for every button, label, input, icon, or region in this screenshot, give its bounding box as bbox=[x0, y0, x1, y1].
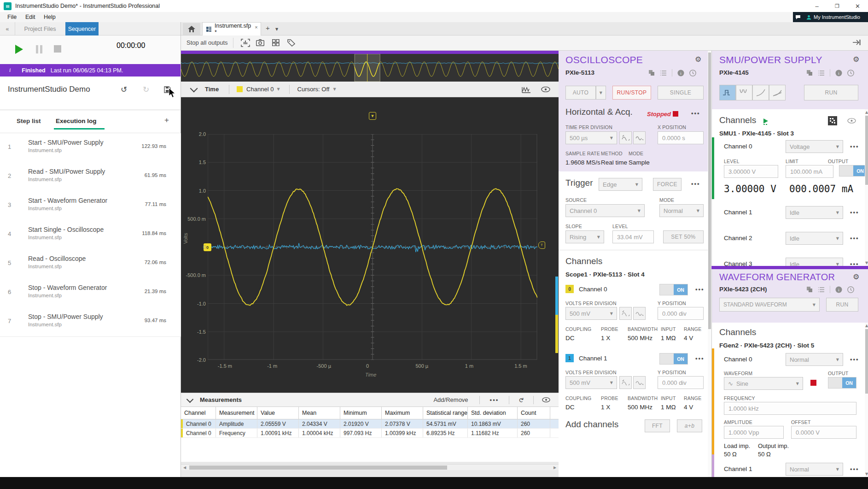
vpd-expand-button[interactable] bbox=[619, 376, 632, 389]
waveform-dropdown[interactable]: ∿Sine▼ bbox=[724, 377, 803, 390]
step-row[interactable]: 1 Start - SMU/Power Supply Instrument.sf… bbox=[0, 133, 181, 163]
fgen-panel-scrollbar[interactable]: ▲ ▼ bbox=[865, 323, 868, 477]
document-tab[interactable]: Instrument.sfp * × bbox=[202, 22, 261, 35]
vpd-dropdown[interactable]: 500 mV▼ bbox=[565, 307, 617, 320]
measurements-row[interactable]: Channel 0Frequency1.00091 kHz1.00004 kHz… bbox=[181, 429, 559, 438]
info-icon[interactable]: i bbox=[677, 70, 684, 77]
smu-channel-menu-button[interactable]: ••• bbox=[850, 209, 859, 216]
graph-channel-selector[interactable]: Channel 0 bbox=[246, 86, 274, 93]
frequency-input[interactable]: 1.0000 kHz bbox=[724, 402, 856, 415]
step-row[interactable]: 2 Read - SMU/Power Supply Instrument.sfp… bbox=[0, 162, 181, 192]
fgen-output-toggle[interactable]: ON bbox=[828, 377, 856, 389]
undo-button[interactable]: ↺ bbox=[121, 85, 127, 94]
force-button[interactable]: FORCE bbox=[653, 178, 682, 191]
collapse-sidebar-button[interactable]: « bbox=[0, 22, 15, 35]
stop-button[interactable] bbox=[54, 45, 61, 53]
vpd-compress-button[interactable] bbox=[633, 307, 646, 320]
auto-dropdown-button[interactable]: ▼ bbox=[596, 86, 606, 100]
screenshot-icon[interactable] bbox=[256, 39, 264, 46]
info-icon[interactable]: i bbox=[835, 286, 842, 293]
vpd-compress-button[interactable] bbox=[633, 376, 646, 389]
channel0-scroll-indicator[interactable] bbox=[555, 315, 558, 353]
menu-file[interactable]: File bbox=[7, 14, 17, 20]
measurements-menu-button[interactable]: ••• bbox=[490, 396, 499, 403]
maximize-button[interactable]: ❐ bbox=[827, 0, 847, 12]
auto-scale-icon[interactable] bbox=[241, 39, 250, 47]
feedback-icon[interactable] bbox=[793, 12, 803, 22]
ypos-input[interactable]: 0.000 div bbox=[658, 376, 704, 389]
graph-settings-icon[interactable] bbox=[522, 86, 531, 93]
tag-icon[interactable] bbox=[287, 39, 295, 47]
graph-visibility-icon[interactable] bbox=[541, 87, 550, 92]
refresh-icon[interactable]: ↻ bbox=[518, 397, 525, 403]
run-stop-button[interactable]: RUN/STOP bbox=[612, 86, 651, 100]
smu-channel-mode-dropdown[interactable]: Idle▼ bbox=[786, 258, 843, 266]
history-icon[interactable] bbox=[847, 286, 854, 293]
step-row[interactable]: 6 Stop - Waveform Generator Instrument.s… bbox=[0, 278, 181, 308]
fft-button[interactable]: FFT bbox=[645, 419, 670, 432]
tpd-compress-button[interactable] bbox=[633, 131, 646, 144]
cursors-selector[interactable]: Cursors: Off bbox=[297, 86, 330, 93]
trigger-type-dropdown[interactable]: Edge▼ bbox=[599, 178, 642, 191]
tab-execution-log[interactable]: Execution log bbox=[56, 118, 97, 124]
new-tab-button[interactable]: + bbox=[266, 24, 270, 32]
collapse-measurements-icon[interactable] bbox=[186, 395, 194, 403]
fgen-ch1-mode-dropdown[interactable]: Normal▼ bbox=[786, 463, 843, 476]
play-button[interactable] bbox=[15, 45, 23, 54]
step-row[interactable]: 4 Start Single - Oscilloscope Instrument… bbox=[0, 220, 181, 250]
measurements-row[interactable]: Channel 0Amplitude2.05559 V2.04334 V2.01… bbox=[181, 419, 559, 429]
smu-channel-mode-dropdown[interactable]: Idle▼ bbox=[786, 206, 843, 219]
smu-channel-mode-dropdown[interactable]: Idle▼ bbox=[786, 232, 843, 245]
amplitude-input[interactable]: 1.0000 Vpp bbox=[724, 426, 784, 439]
smu-channel-menu-button[interactable]: ••• bbox=[850, 260, 859, 266]
account-badge[interactable]: My InstrumentStudio bbox=[803, 12, 868, 22]
cursors-caret[interactable]: ▼ bbox=[333, 87, 336, 91]
fgen-settings-gear-icon[interactable]: ⚙ bbox=[853, 272, 859, 281]
stop-all-outputs-button[interactable]: Stop all outputs bbox=[186, 39, 228, 46]
copy-icon[interactable] bbox=[648, 70, 655, 76]
tab-project-files[interactable]: Project Files bbox=[15, 22, 65, 35]
collapse-graph-icon[interactable] bbox=[190, 84, 198, 92]
layout-grid-icon[interactable] bbox=[272, 39, 280, 46]
smu-channel-menu-button[interactable]: ••• bbox=[850, 235, 859, 242]
channel-on-toggle[interactable]: ON bbox=[659, 284, 688, 295]
tab-sequencer[interactable]: Sequencer bbox=[65, 22, 99, 35]
xpos-input[interactable]: 0.0000 s bbox=[658, 131, 704, 144]
rearrange-icon[interactable] bbox=[818, 287, 825, 293]
measurements-visibility-icon[interactable] bbox=[542, 397, 550, 402]
single-button[interactable]: SINGLE bbox=[658, 86, 704, 100]
trigger-mode-dropdown[interactable]: Normal▼ bbox=[659, 204, 704, 217]
fgen-ch1-menu-button[interactable]: ••• bbox=[850, 465, 859, 472]
close-button[interactable]: ✕ bbox=[847, 0, 868, 12]
tpd-dropdown[interactable]: 500 µs▼ bbox=[565, 131, 617, 144]
add-remove-button[interactable]: Add/Remove bbox=[433, 396, 468, 403]
oscilloscope-settings-gear-icon[interactable]: ⚙ bbox=[695, 55, 701, 64]
collapse-panel-icon[interactable] bbox=[852, 39, 861, 46]
redo-button[interactable]: ↻ bbox=[143, 85, 149, 94]
set-50-button[interactable]: SET 50% bbox=[663, 230, 704, 243]
add-step-button[interactable]: + bbox=[164, 116, 169, 125]
trigger-level-input[interactable]: 33.04 mV bbox=[612, 230, 654, 243]
horizontal-scrollbar[interactable]: ◀ ▶ bbox=[181, 464, 559, 471]
channel-selector-caret[interactable]: ▼ bbox=[277, 87, 280, 91]
offset-input[interactable]: 0.0000 V bbox=[791, 426, 856, 439]
minimize-button[interactable]: – bbox=[807, 0, 827, 12]
waveform-minimap[interactable] bbox=[181, 54, 559, 82]
oscilloscope-plot[interactable]: Volts Time ▼ T 0 2.01.51.0500.0 m0-500.0… bbox=[181, 97, 559, 393]
slope-dropdown[interactable]: Rising▼ bbox=[565, 230, 604, 243]
fgen-run-button[interactable]: RUN bbox=[826, 298, 858, 312]
tab-list-dropdown-icon[interactable]: ▼ bbox=[275, 27, 278, 31]
trigger-source-dropdown[interactable]: Channel 0▼ bbox=[565, 204, 645, 217]
pause-button[interactable] bbox=[36, 45, 42, 53]
fgen-ch0-mode-dropdown[interactable]: Normal▼ bbox=[786, 353, 843, 366]
vpd-expand-button[interactable] bbox=[619, 307, 632, 320]
step-row[interactable]: 3 Start - Waveform Generator Instrument.… bbox=[0, 191, 181, 221]
close-tab-icon[interactable]: × bbox=[255, 24, 257, 30]
menu-edit[interactable]: Edit bbox=[25, 14, 35, 20]
home-button[interactable] bbox=[183, 23, 200, 35]
rearrange-icon[interactable] bbox=[660, 70, 667, 76]
trigger-level-marker[interactable]: T bbox=[538, 242, 545, 249]
fgen-mode-dropdown[interactable]: STANDARD WAVEFORM▼ bbox=[719, 298, 820, 312]
tab-step-list[interactable]: Step list bbox=[17, 118, 41, 124]
fgen-ch0-menu-button[interactable]: ••• bbox=[850, 356, 859, 363]
